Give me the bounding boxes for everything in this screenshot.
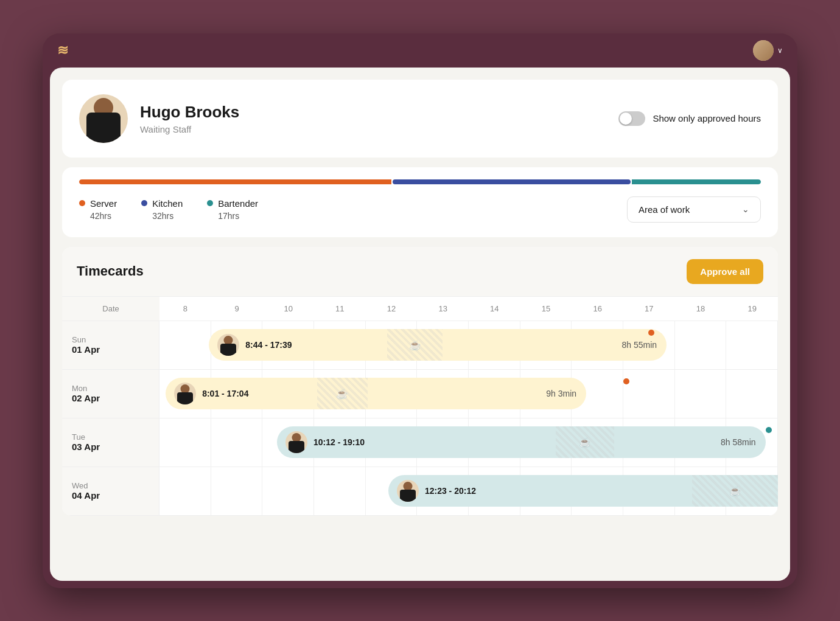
date-03apr: 03 Apr [72, 442, 149, 452]
date-column-label: Date [102, 304, 119, 313]
day-tue: Tue [72, 432, 149, 442]
gl [211, 467, 263, 515]
break-section-row1: ☕ [387, 329, 442, 361]
bartender-hours: 17hrs [218, 211, 258, 221]
time-col-18: 18 [675, 297, 727, 321]
bartender-dot [207, 200, 213, 206]
timecard-bar-row2[interactable]: 8:01 - 17:04 ☕ 9h 3min [166, 378, 586, 409]
time-col-12: 12 [366, 297, 418, 321]
server-hours: 42hrs [90, 211, 117, 221]
day-wed: Wed [72, 481, 149, 490]
timeline-grid: Date 8 9 10 11 12 13 14 15 16 17 18 19 [62, 297, 778, 516]
timecard-time-row2: 8:01 - 17:04 [202, 389, 248, 398]
legend-header-kitchen: Kitchen [141, 198, 183, 209]
server-bar-segment [79, 179, 391, 184]
profile-avatar [79, 94, 128, 143]
timecard-bar-row4[interactable]: 12:23 - 20:12 ☕ [388, 475, 778, 507]
date-02apr: 02 Apr [72, 393, 149, 403]
user-menu-chevron: ∨ [777, 46, 783, 55]
toggle-knob [620, 113, 632, 125]
area-dropdown-label: Area of work [639, 204, 690, 215]
profile-info: Hugo Brooks Waiting Staff [79, 94, 239, 143]
top-bar: ≋ ∨ [43, 33, 797, 68]
timecard-bar-row3[interactable]: 10:12 - 19:10 ☕ 8h 58min [277, 426, 766, 458]
date-header: Date [62, 297, 159, 321]
approved-hours-toggle[interactable] [618, 111, 645, 126]
legend-item-server: Server 42hrs [79, 198, 117, 221]
gl [726, 370, 778, 418]
stats-card: Server 42hrs Kitchen 32hrs [62, 167, 778, 237]
break-icon-row3: ☕ [579, 437, 591, 448]
profile-name: Hugo Brooks [140, 103, 239, 122]
date-cell-wed: Wed 04 Apr [62, 467, 159, 515]
timeline-content-row3: 10:12 - 19:10 ☕ 8h 58min [159, 418, 778, 467]
time-col-11: 11 [314, 297, 366, 321]
gl [262, 467, 314, 515]
hours-bar [79, 179, 761, 184]
break-section-row4: ☕ [692, 475, 778, 507]
legend-item-bartender: Bartender 17hrs [207, 198, 258, 221]
timecard-duration-row2: 9h 3min [546, 389, 576, 398]
kitchen-dot [141, 200, 147, 206]
orange-dot-row2 [623, 378, 629, 384]
profile-card: Hugo Brooks Waiting Staff Show only appr… [62, 80, 778, 158]
worker-avatar-row4 [397, 480, 419, 502]
profile-role: Waiting Staff [140, 124, 239, 134]
legend: Server 42hrs Kitchen 32hrs [79, 198, 627, 221]
approve-all-button[interactable]: Approve all [687, 259, 763, 284]
timeline-content-row2: 8:01 - 17:04 ☕ 9h 3min [159, 370, 778, 418]
gl [159, 321, 211, 369]
top-user-avatar [753, 40, 774, 61]
sp-body [289, 441, 304, 453]
date-01apr: 01 Apr [72, 344, 149, 355]
gl [211, 418, 263, 467]
main-content: Hugo Brooks Waiting Staff Show only appr… [50, 68, 790, 581]
orange-dot-row1 [648, 330, 654, 336]
timeline-content-row4: 12:23 - 20:12 ☕ [159, 467, 778, 515]
table-row: Tue 03 Apr [62, 418, 778, 467]
time-col-8: 8 [159, 297, 211, 321]
gl [159, 467, 211, 515]
timeline-container: Date 8 9 10 11 12 13 14 15 16 17 18 19 [62, 297, 778, 516]
day-sun: Sun [72, 335, 149, 344]
break-icon-row1: ☕ [409, 339, 421, 351]
user-menu[interactable]: ∨ [753, 40, 783, 61]
server-dot [79, 200, 85, 206]
worker-avatar-row2 [174, 383, 196, 404]
timeline-content-row1: 8:44 - 17:39 ☕ 8h 55min [159, 321, 778, 369]
worker-avatar-row1 [217, 334, 239, 356]
break-section-row2: ☕ [317, 378, 368, 409]
time-col-14: 14 [469, 297, 520, 321]
timecard-time-row1: 8:44 - 17:39 [245, 340, 292, 350]
worker-avatar-row3 [285, 431, 307, 453]
break-section-row3: ☕ [556, 426, 614, 458]
gl [675, 370, 727, 418]
time-col-15: 15 [520, 297, 572, 321]
area-of-work-dropdown[interactable]: Area of work ⌄ [627, 196, 761, 223]
time-col-9: 9 [211, 297, 263, 321]
legend-header-server: Server [79, 198, 117, 209]
gl [623, 370, 675, 418]
avatar-body [86, 113, 121, 143]
server-label: Server [90, 198, 117, 209]
timecards-card: Timecards Approve all Date 8 9 10 11 1 [62, 247, 778, 516]
timecard-bar-row1[interactable]: 8:44 - 17:39 ☕ 8h 55min [209, 329, 667, 361]
timecard-duration-row1: 8h 55min [622, 340, 657, 350]
timecard-time-row4: 12:23 - 20:12 [425, 486, 476, 496]
device-frame: ≋ ∨ Hugo Brooks Waiting Staff [43, 33, 797, 588]
profile-text: Hugo Brooks Waiting Staff [140, 103, 239, 134]
time-col-13: 13 [417, 297, 469, 321]
sp-body [400, 490, 416, 502]
timecards-title: Timecards [77, 263, 144, 279]
bartender-label: Bartender [218, 198, 258, 209]
break-icon-row4: ☕ [729, 485, 741, 497]
gl [726, 321, 778, 369]
stats-row: Server 42hrs Kitchen 32hrs [79, 196, 761, 223]
profile-toggle-section: Show only approved hours [618, 111, 761, 126]
sp-body [220, 344, 236, 356]
kitchen-hours: 32hrs [152, 211, 183, 221]
gl [675, 321, 727, 369]
day-mon: Mon [72, 384, 149, 393]
area-dropdown-chevron: ⌄ [742, 204, 749, 214]
date-cell-tue: Tue 03 Apr [62, 418, 159, 467]
